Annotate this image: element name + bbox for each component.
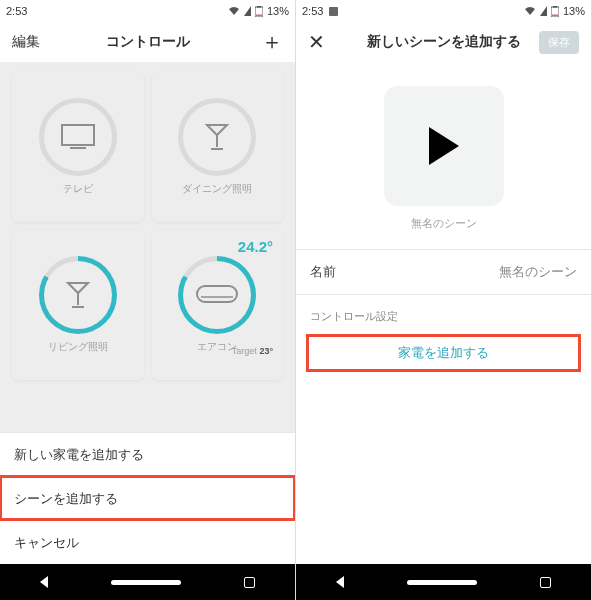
- status-bar: 2:53 13%: [296, 0, 591, 22]
- svg-rect-9: [197, 286, 237, 302]
- battery-icon: [255, 6, 263, 17]
- status-time: 2:53: [302, 5, 323, 17]
- scene-caption: 無名のシーン: [411, 216, 477, 231]
- android-navbar: [0, 564, 295, 600]
- edit-button[interactable]: 編集: [12, 33, 60, 51]
- svg-rect-1: [257, 6, 261, 8]
- sheet-cancel[interactable]: キャンセル: [0, 520, 295, 564]
- tile-dining-light[interactable]: ダイニング照明: [152, 72, 284, 222]
- svg-rect-2: [256, 14, 262, 16]
- field-name[interactable]: 名前 無名のシーン: [296, 249, 591, 295]
- scene-preview-wrap: 無名のシーン: [296, 62, 591, 249]
- sheet-add-appliance[interactable]: 新しい家電を追加する: [0, 432, 295, 476]
- tile-dining-label: ダイニング照明: [182, 182, 252, 196]
- play-icon: [429, 127, 459, 165]
- plus-icon[interactable]: ＋: [261, 29, 283, 54]
- nav-back-icon[interactable]: [336, 576, 344, 588]
- nav-home-pill[interactable]: [111, 580, 181, 585]
- tile-grid: テレビ ダイニング照明: [0, 62, 295, 380]
- svg-rect-3: [62, 125, 94, 145]
- nav-recent-icon[interactable]: [244, 577, 255, 588]
- control-body: テレビ ダイニング照明: [0, 62, 295, 564]
- close-icon[interactable]: ✕: [308, 31, 325, 53]
- phone-right: 2:53 13% ✕ 新しいシーンを追加する 保存 無名のシーン 名前: [296, 0, 592, 600]
- section-control-settings: コントロール設定: [296, 295, 591, 330]
- lamp-icon: [64, 279, 92, 311]
- page-title: 新しいシーンを追加する: [367, 33, 521, 51]
- page-title: コントロール: [106, 33, 190, 51]
- status-time: 2:53: [6, 5, 27, 17]
- signal-icon: [540, 6, 547, 16]
- nav-back-icon[interactable]: [40, 576, 48, 588]
- tile-tv-label: テレビ: [63, 182, 93, 196]
- svg-rect-4: [70, 147, 86, 149]
- tile-living-light[interactable]: リビング照明: [12, 230, 144, 380]
- aircon-ring: [178, 256, 256, 334]
- field-name-value: 無名のシーン: [499, 263, 577, 281]
- scene-preview[interactable]: [384, 86, 504, 206]
- tile-living-label: リビング照明: [48, 340, 108, 354]
- notification-icon: [329, 7, 338, 16]
- signal-icon: [244, 6, 251, 16]
- aircon-icon: [195, 284, 239, 306]
- lamp-icon: [203, 121, 231, 153]
- svg-rect-13: [552, 14, 558, 16]
- bottom-sheet: 新しい家電を追加する シーンを追加する キャンセル: [0, 432, 295, 564]
- phone-left: 2:53 13% 編集 コントロール ＋: [0, 0, 296, 600]
- status-battery: 13%: [267, 5, 289, 17]
- tv-ring: [39, 98, 117, 176]
- field-name-label: 名前: [310, 263, 336, 281]
- scene-body: 無名のシーン 名前 無名のシーン コントロール設定 家電を追加する: [296, 62, 591, 564]
- tv-icon: [60, 123, 96, 151]
- add-appliance-button[interactable]: 家電を追加する: [306, 334, 581, 372]
- aircon-temp: 24.2°: [238, 238, 273, 255]
- nav-recent-icon[interactable]: [540, 577, 551, 588]
- status-bar: 2:53 13%: [0, 0, 295, 22]
- tile-tv[interactable]: テレビ: [12, 72, 144, 222]
- app-header: 編集 コントロール ＋: [0, 22, 295, 62]
- sheet-add-scene[interactable]: シーンを追加する: [0, 476, 295, 520]
- app-header: ✕ 新しいシーンを追加する 保存: [296, 22, 591, 62]
- tile-aircon[interactable]: 24.2° Target 23° エアコン: [152, 230, 284, 380]
- wifi-icon: [228, 6, 240, 16]
- svg-rect-12: [553, 6, 557, 8]
- save-button[interactable]: 保存: [539, 31, 579, 54]
- battery-icon: [551, 6, 559, 17]
- nav-home-pill[interactable]: [407, 580, 477, 585]
- aircon-target: Target 23°: [232, 346, 273, 356]
- wifi-icon: [524, 6, 536, 16]
- living-ring: [39, 256, 117, 334]
- status-battery: 13%: [563, 5, 585, 17]
- dining-ring: [178, 98, 256, 176]
- android-navbar: [296, 564, 591, 600]
